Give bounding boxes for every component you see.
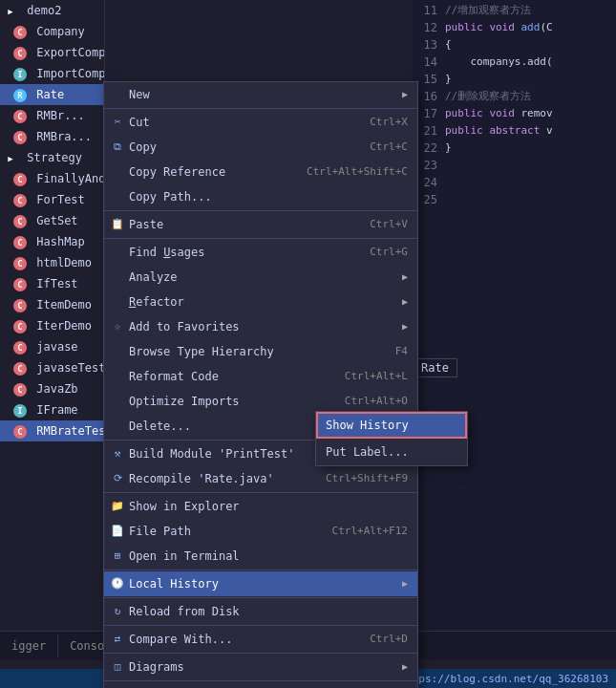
- tree-item-exportcompany[interactable]: C ExportCompany: [0, 42, 104, 63]
- code-editor: 11 12 13 14 15 16 17 21 22 23 24 25 //增加…: [413, 0, 616, 659]
- build-icon: ⚒: [110, 444, 125, 463]
- reload-icon: ↻: [110, 602, 125, 621]
- menu-item-copy[interactable]: ⧉ Copy Ctrl+C: [104, 135, 417, 160]
- tree-item-itemdemo[interactable]: C ItemDemo: [0, 294, 104, 315]
- menu-item-refactor[interactable]: Refactor ▶: [104, 290, 417, 314]
- tree-item-iftest[interactable]: C IfTest: [0, 273, 104, 294]
- status-text: https://blog.csdn.net/qq_36268103: [399, 673, 608, 685]
- tree-item-company[interactable]: C Company: [0, 21, 104, 42]
- class-icon: C: [13, 26, 27, 39]
- class-icon: R: [13, 89, 27, 102]
- menu-item-cut[interactable]: ✂ Cut Ctrl+X: [104, 110, 417, 135]
- class-icon: C: [13, 341, 27, 355]
- tree-item-strategy[interactable]: ▶ Strategy: [0, 147, 104, 168]
- submenu-arrow: ▶: [402, 657, 408, 677]
- paste-icon: 📋: [110, 215, 125, 234]
- tree-item-htmldemo[interactable]: C htmlDemo: [0, 252, 104, 273]
- code-text: //增加观察者方法 public void add(C { companys.a…: [445, 2, 616, 157]
- separator: [104, 570, 417, 570]
- menu-item-new[interactable]: New ▶: [104, 82, 417, 107]
- menu-item-copy-path[interactable]: Copy Path...: [104, 184, 417, 209]
- class-icon: C: [13, 236, 27, 249]
- folder-icon: ▶: [4, 152, 17, 165]
- submenu-arrow: ▶: [402, 292, 408, 312]
- class-icon: C: [13, 278, 27, 291]
- favorites-icon: ☆: [110, 317, 125, 336]
- menu-item-browse-hierarchy[interactable]: Browse Type Hierarchy F4: [104, 339, 417, 364]
- class-icon: C: [13, 257, 27, 270]
- tree-item-javasetest[interactable]: C javaseTest: [0, 357, 104, 378]
- class-icon: C: [13, 362, 27, 376]
- context-menu: New ▶ ✂ Cut Ctrl+X ⧉ Copy Ctrl+C Copy Re…: [103, 81, 418, 688]
- menu-item-add-favorites[interactable]: ☆ Add to Favorites ▶: [104, 314, 417, 339]
- submenu-arrow: ▶: [402, 85, 408, 104]
- separator: [104, 108, 417, 109]
- cut-icon: ✂: [110, 113, 125, 132]
- class-icon: C: [13, 194, 27, 207]
- diagrams-icon: ◫: [110, 657, 125, 677]
- filepath-icon: 📄: [110, 522, 125, 541]
- menu-item-reformat[interactable]: Reformat Code Ctrl+Alt+L: [104, 364, 417, 389]
- rate-tooltip: Rate: [413, 358, 457, 377]
- local-history-submenu: Show History Put Label...: [315, 411, 468, 466]
- submenu-item-show-history[interactable]: Show History: [316, 412, 467, 439]
- interface-icon: I: [13, 68, 27, 81]
- menu-item-analyze[interactable]: Analyze ▶: [104, 265, 417, 290]
- class-icon: C: [13, 215, 27, 228]
- separator: [104, 238, 417, 239]
- compare-icon: ⇄: [110, 630, 125, 649]
- tree-item-rmbra2[interactable]: C RMBra...: [0, 126, 104, 147]
- submenu-item-put-label[interactable]: Put Label...: [316, 439, 467, 465]
- history-icon: 🕐: [110, 574, 125, 593]
- terminal-icon: ⊞: [110, 547, 125, 566]
- tree-item-iterdemo[interactable]: C IterDemo: [0, 315, 104, 336]
- menu-item-file-path[interactable]: 📄 File Path Ctrl+Alt+F12: [104, 519, 417, 544]
- separator: [104, 210, 417, 211]
- interface-icon: I: [13, 404, 27, 418]
- menu-item-copy-reference[interactable]: Copy Reference Ctrl+Alt+Shift+C: [104, 160, 417, 184]
- separator: [104, 680, 417, 681]
- file-tree: ▶ demo2 C Company C ExportCompany I Impo…: [0, 0, 105, 659]
- tab-trigger[interactable]: igger: [0, 635, 58, 656]
- class-icon: C: [13, 110, 27, 123]
- tree-item-rmbrate[interactable]: C RMBrateTest: [0, 420, 104, 441]
- class-icon: C: [13, 383, 27, 397]
- submenu-arrow: ▶: [402, 574, 408, 593]
- menu-item-reload[interactable]: ↻ Reload from Disk: [104, 599, 417, 624]
- menu-item-compare-with[interactable]: ⇄ Compare With... Ctrl+D: [104, 627, 417, 652]
- explorer-icon: 📁: [110, 497, 125, 516]
- recompile-icon: ⟳: [110, 469, 125, 488]
- class-icon: C: [13, 425, 27, 439]
- menu-item-recompile[interactable]: ⟳ Recompile 'Rate.java' Ctrl+Shift+F9: [104, 466, 417, 491]
- tree-item-iframe[interactable]: I IFrame: [0, 399, 104, 420]
- tree-item-javase[interactable]: C javase: [0, 336, 104, 357]
- tree-item-finallyandreturn[interactable]: C FinallyAndRetu: [0, 168, 104, 189]
- class-icon: C: [13, 131, 27, 144]
- menu-item-open-terminal[interactable]: ⊞ Open in Terminal: [104, 544, 417, 569]
- tree-item-demo2[interactable]: ▶ demo2: [0, 0, 104, 21]
- tree-item-rate[interactable]: R Rate: [0, 84, 104, 105]
- separator: [104, 653, 417, 654]
- class-icon: C: [13, 173, 27, 186]
- tree-item-importcompany[interactable]: I ImportCompany: [0, 63, 104, 84]
- menu-item-show-explorer[interactable]: 📁 Show in Explorer: [104, 494, 417, 519]
- tree-item-getset[interactable]: C GetSet: [0, 210, 104, 231]
- menu-item-local-history[interactable]: 🕐 Local History ▶: [104, 571, 417, 596]
- class-icon: C: [13, 47, 27, 60]
- tree-item-rmbr1[interactable]: C RMBr...: [0, 105, 104, 126]
- class-icon: C: [13, 299, 27, 312]
- menu-item-diagrams[interactable]: ◫ Diagrams ▶: [104, 655, 417, 679]
- class-icon: C: [13, 320, 27, 333]
- separator: [104, 597, 417, 598]
- separator: [104, 625, 417, 626]
- tree-item-fortest[interactable]: C ForTest: [0, 189, 104, 210]
- separator: [104, 492, 417, 493]
- menu-item-paste[interactable]: 📋 Paste Ctrl+V: [104, 212, 417, 237]
- submenu-arrow: ▶: [402, 268, 408, 287]
- tree-item-hashmap[interactable]: C HashMap: [0, 231, 104, 252]
- menu-item-find-usages[interactable]: Find Usages Ctrl+G: [104, 240, 417, 265]
- copy-icon: ⧉: [110, 138, 125, 157]
- submenu-arrow: ▶: [402, 317, 408, 336]
- tree-item-javazb[interactable]: C JavaZb: [0, 378, 104, 399]
- menu-item-code-scan[interactable]: W 编码规范扫描 Ctrl+Alt+Shift+J: [104, 682, 417, 688]
